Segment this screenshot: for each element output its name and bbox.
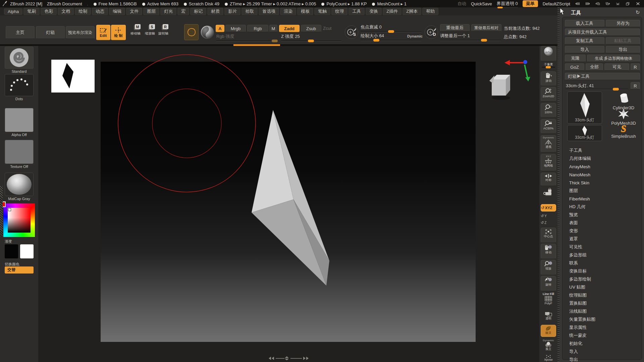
stroke-picker-button[interactable] bbox=[184, 24, 199, 40]
current-alpha-button[interactable]: Alpha Off bbox=[5, 108, 34, 137]
export-button[interactable]: 导出 bbox=[606, 46, 640, 53]
rotate-xyz-button[interactable]: ↺ XYZ bbox=[541, 204, 556, 212]
aa-half-button[interactable]: AC50% bbox=[541, 119, 556, 134]
subpalette-section[interactable]: 遮罩 bbox=[569, 235, 640, 243]
subpalette-section[interactable]: ArrayMesh bbox=[569, 163, 640, 171]
menu-item[interactable]: 模板 bbox=[297, 8, 313, 15]
copy-tool-button[interactable]: 复制工具 bbox=[565, 37, 604, 45]
redo-last-button[interactable]: 重做最后 bbox=[440, 24, 470, 32]
rgb-intensity-handle[interactable] bbox=[272, 40, 278, 42]
subpalette-section[interactable]: 变形 bbox=[569, 227, 640, 235]
goz-all-button[interactable]: 全部 bbox=[586, 63, 603, 71]
subpalette-section[interactable]: 图层 bbox=[569, 187, 640, 195]
alternate-button[interactable]: 交替 bbox=[5, 266, 34, 274]
auto-label[interactable]: 自动 bbox=[458, 1, 466, 7]
restore-icon[interactable] bbox=[625, 1, 631, 6]
menu-item[interactable]: 变换 bbox=[366, 8, 382, 15]
solo-button[interactable]: Dynamic 孤立 bbox=[541, 338, 556, 354]
tool-r-button[interactable]: R bbox=[631, 82, 640, 89]
canvas-scrollbar[interactable] bbox=[268, 356, 309, 361]
focal-shift-slider[interactable]: 焦点衰减 0 bbox=[361, 24, 422, 32]
polyframe-button[interactable]: Line Fill PolyF bbox=[541, 292, 556, 309]
clone-button[interactable]: 克隆 bbox=[565, 55, 586, 62]
current-stroke-button[interactable]: Dots bbox=[5, 74, 34, 101]
edit-button[interactable]: Edit bbox=[96, 25, 110, 40]
viewport[interactable] bbox=[38, 46, 539, 362]
adjust-last-handle[interactable] bbox=[481, 39, 487, 42]
subpalette-section[interactable]: 纹理贴图 bbox=[569, 291, 640, 299]
menu-item[interactable]: 笔触 bbox=[314, 8, 330, 15]
paste-tool-button[interactable]: 粘贴工具 bbox=[606, 37, 640, 45]
rotate-z-button[interactable]: ↺ Z bbox=[541, 220, 556, 226]
subpalette-section[interactable]: UV 贴图 bbox=[569, 283, 640, 291]
subpalette-section[interactable]: 变换目标 bbox=[569, 267, 640, 275]
window-next-icon[interactable] bbox=[605, 1, 610, 6]
subpalette-section[interactable]: 初始化 bbox=[569, 340, 640, 348]
recent-tool-thumbnail[interactable]: 33cm-头灯 bbox=[567, 125, 602, 141]
window-prev-icon[interactable] bbox=[595, 1, 600, 6]
minimize-icon[interactable] bbox=[615, 1, 621, 6]
zscript-label[interactable]: DefaultZScript bbox=[543, 1, 570, 6]
mode-mrgb-button[interactable]: Mrgb bbox=[225, 25, 246, 32]
focal-shift-icon[interactable]: S bbox=[345, 25, 358, 39]
menu-item[interactable]: 图层 bbox=[143, 8, 159, 15]
close-icon[interactable] bbox=[635, 1, 641, 6]
mode-m-button[interactable]: M bbox=[269, 25, 277, 32]
menu-item[interactable]: 宏 bbox=[177, 8, 189, 15]
goz-button[interactable]: GoZ bbox=[565, 63, 584, 71]
load-tool-button[interactable]: 载入工具 bbox=[565, 20, 604, 27]
draw-button[interactable]: 绘 制 bbox=[111, 25, 126, 40]
lightbox-button[interactable]: 灯箱 bbox=[36, 26, 65, 39]
menu-item[interactable]: Z插件 bbox=[383, 8, 401, 15]
tool-simplebrush[interactable]: S SimpleBrush bbox=[606, 124, 641, 139]
subpalette-section[interactable]: 表面 bbox=[569, 219, 640, 227]
active-tool-thumbnail[interactable]: 33cm-头灯 bbox=[567, 92, 602, 124]
adjust-last-icon[interactable]: D bbox=[425, 25, 438, 39]
menu-item[interactable]: 色彩 bbox=[41, 8, 57, 15]
scale-canvas-button[interactable]: 缩放 bbox=[541, 260, 556, 275]
ui-opacity-handle[interactable] bbox=[497, 7, 503, 8]
color-picker-square[interactable] bbox=[8, 208, 31, 233]
subpalette-section[interactable]: NanoMesh bbox=[569, 171, 640, 179]
subpalette-section[interactable]: 多边形绘制 bbox=[569, 275, 640, 283]
color-picker[interactable]: 渐变 bbox=[5, 203, 34, 244]
subpalette-section[interactable]: 预览 bbox=[569, 211, 640, 219]
subpalette-section[interactable]: 导出 bbox=[569, 356, 640, 362]
active-tool-slider[interactable] bbox=[565, 89, 628, 90]
mode-a-button[interactable]: A bbox=[216, 25, 224, 32]
scroll-button[interactable]: 滚动 bbox=[541, 71, 556, 86]
current-texture-button[interactable]: Texture Off bbox=[5, 140, 34, 169]
quicksave-button[interactable]: QuickSave bbox=[471, 1, 492, 6]
mode-rgb-button[interactable]: Rgb bbox=[247, 25, 268, 32]
subpalette-section[interactable]: 法线贴图 bbox=[569, 307, 640, 315]
primary-color-swatch[interactable] bbox=[5, 244, 18, 258]
import-button[interactable]: 导入 bbox=[565, 46, 604, 53]
bpr-button[interactable]: BPR bbox=[541, 46, 556, 61]
subpalette-section[interactable]: Thick Skin bbox=[569, 179, 640, 187]
menu-item[interactable]: 工具 bbox=[348, 8, 365, 15]
transparent-button[interactable]: 透明 bbox=[541, 311, 556, 324]
ui-opacity-slider[interactable]: 界面透明 0 bbox=[497, 1, 518, 7]
rotate-canvas-button[interactable]: 旋转 bbox=[541, 276, 556, 291]
subpalette-section[interactable]: 多边形组 bbox=[569, 251, 640, 259]
redo-last-relative-button[interactable]: 重做最后相对 bbox=[471, 24, 501, 32]
actual-size-button[interactable]: x1 100% bbox=[541, 103, 556, 118]
mode-zsub-button[interactable]: Zsub bbox=[301, 25, 321, 32]
camera-button[interactable] bbox=[541, 187, 556, 203]
adjust-last-slider[interactable]: 调整最后一个 1 bbox=[440, 33, 501, 41]
subpalette-section[interactable]: FiberMesh bbox=[569, 195, 640, 203]
menu-item[interactable]: 笔刷 bbox=[23, 8, 40, 15]
floor-grid-button[interactable]: XYZ 地网格 bbox=[541, 154, 556, 171]
dynamic-toggle[interactable]: Dynamic bbox=[407, 34, 423, 38]
mesh-33cm-headlight[interactable] bbox=[252, 110, 329, 286]
draw-size-handle[interactable] bbox=[373, 39, 379, 42]
subpixel-handle[interactable] bbox=[546, 66, 551, 68]
menu-item[interactable]: 文档 bbox=[58, 8, 74, 15]
menu-item[interactable]: 动态 bbox=[92, 8, 108, 15]
subpalette-section[interactable]: 统一蒙皮 bbox=[569, 331, 640, 340]
ghost-button[interactable]: 幽灵 bbox=[541, 325, 556, 337]
scrollbar-arrows-icon[interactable] bbox=[269, 356, 309, 360]
menu-item[interactable]: 拾取 bbox=[241, 8, 258, 15]
subpalette-section[interactable]: 导入 bbox=[569, 348, 640, 356]
gradient-label[interactable]: 渐变 bbox=[5, 239, 34, 244]
